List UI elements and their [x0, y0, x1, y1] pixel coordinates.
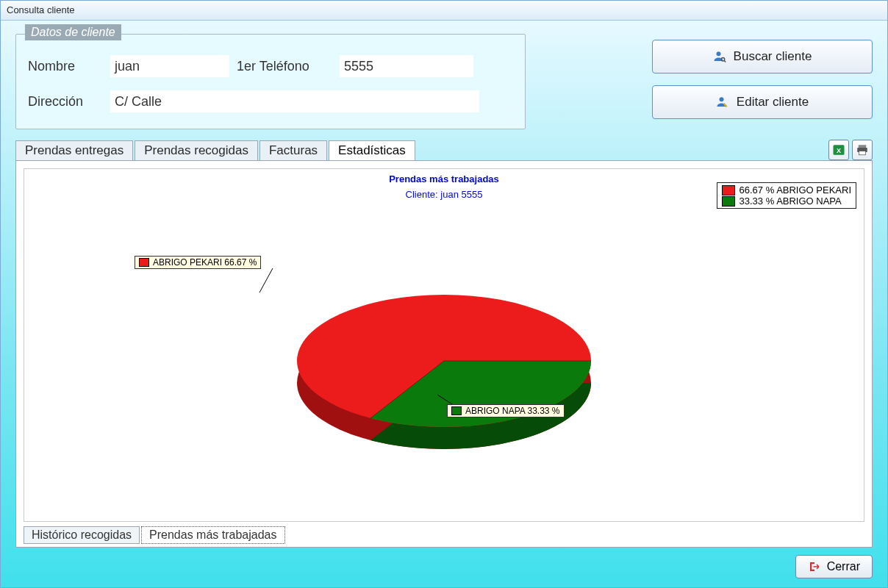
- legend-swatch-red: [722, 185, 735, 196]
- client-phone-label: 1er Teléfono: [237, 59, 340, 74]
- client-address-value[interactable]: C/ Calle: [110, 90, 479, 112]
- printer-icon: [856, 143, 869, 157]
- tab-estadisticas[interactable]: Estadísticas: [329, 140, 415, 160]
- person-search-icon: [713, 50, 726, 63]
- search-client-button[interactable]: Buscar cliente: [652, 40, 873, 74]
- bottom-tab-prendas[interactable]: Prendas más trabajadas: [141, 526, 284, 544]
- svg-rect-6: [859, 145, 867, 148]
- excel-icon: X: [832, 143, 845, 157]
- edit-client-label: Editar cliente: [737, 95, 809, 110]
- svg-text:X: X: [837, 147, 841, 154]
- legend-item-0: 66.67 % ABRIGO PEKARI: [722, 184, 851, 196]
- client-fieldset: Datos de cliente Nombre juan 1er Teléfon…: [15, 34, 526, 129]
- search-client-label: Buscar cliente: [734, 49, 812, 64]
- footer: Cerrar: [15, 555, 873, 578]
- callout-napa: ABRIGO NAPA 33.33 %: [447, 404, 565, 417]
- tab-prendas-recogidas[interactable]: Prendas recogidas: [135, 140, 258, 160]
- app-window: Consulta cliente Datos de cliente Nombre…: [0, 0, 888, 588]
- client-name-label: Nombre: [28, 59, 110, 74]
- close-button[interactable]: Cerrar: [795, 555, 873, 578]
- client-address-label: Dirección: [28, 94, 110, 110]
- person-edit-icon: [716, 96, 729, 109]
- tabs: Prendas entregas Prendas recogidas Factu…: [15, 140, 417, 160]
- svg-point-3: [719, 97, 723, 101]
- legend-text-0: 66.67 % ABRIGO PEKARI: [740, 184, 851, 196]
- window-body: Datos de cliente Nombre juan 1er Teléfon…: [1, 21, 887, 587]
- chart-legend: 66.67 % ABRIGO PEKARI 33.33 % ABRIGO NAP…: [717, 182, 856, 209]
- legend-item-1: 33.33 % ABRIGO NAPA: [722, 196, 851, 207]
- callout-swatch-green: [451, 406, 462, 415]
- client-row-name: Nombre juan 1er Teléfono 5555: [28, 55, 513, 77]
- callout-swatch-red: [139, 258, 149, 267]
- close-label: Cerrar: [827, 560, 860, 573]
- legend-swatch-green: [722, 196, 735, 207]
- svg-point-0: [716, 51, 720, 56]
- top-row: Datos de cliente Nombre juan 1er Teléfon…: [15, 34, 873, 129]
- chart-area: Prendas más trabajadas Cliente: juan 555…: [24, 168, 864, 522]
- tab-prendas-entregas[interactable]: Prendas entregas: [15, 140, 133, 160]
- bottom-tab-historico[interactable]: Histórico recogidas: [24, 526, 140, 544]
- bottom-tabs: Histórico recogidas Prendas más trabajad…: [24, 526, 864, 544]
- legend-text-1: 33.33 % ABRIGO NAPA: [740, 196, 842, 207]
- client-row-address: Dirección C/ Calle: [28, 90, 513, 112]
- window-title: Consulta cliente: [1, 1, 887, 21]
- export-excel-button[interactable]: X: [828, 140, 849, 160]
- callout-text-0: ABRIGO PEKARI 66.67 %: [153, 257, 257, 268]
- pie-chart: [275, 252, 613, 473]
- tab-facturas[interactable]: Facturas: [259, 140, 327, 160]
- callout-pekari: ABRIGO PEKARI 66.67 %: [135, 256, 261, 269]
- svg-rect-8: [859, 151, 866, 155]
- client-name-value[interactable]: juan: [110, 55, 229, 77]
- tabs-row: Prendas entregas Prendas recogidas Factu…: [15, 140, 873, 160]
- exit-icon: [808, 560, 821, 573]
- print-button[interactable]: [852, 140, 873, 160]
- callout-text-1: ABRIGO NAPA 33.33 %: [465, 406, 560, 416]
- action-buttons: Buscar cliente Editar cliente: [652, 34, 873, 119]
- svg-line-13: [259, 268, 273, 293]
- client-fieldset-legend: Datos de cliente: [25, 24, 121, 40]
- toolbar-right: X: [828, 140, 873, 160]
- svg-line-2: [724, 60, 726, 62]
- stats-panel: Prendas más trabajadas Cliente: juan 555…: [15, 160, 873, 548]
- edit-client-button[interactable]: Editar cliente: [652, 85, 873, 119]
- client-phone-value[interactable]: 5555: [340, 55, 473, 77]
